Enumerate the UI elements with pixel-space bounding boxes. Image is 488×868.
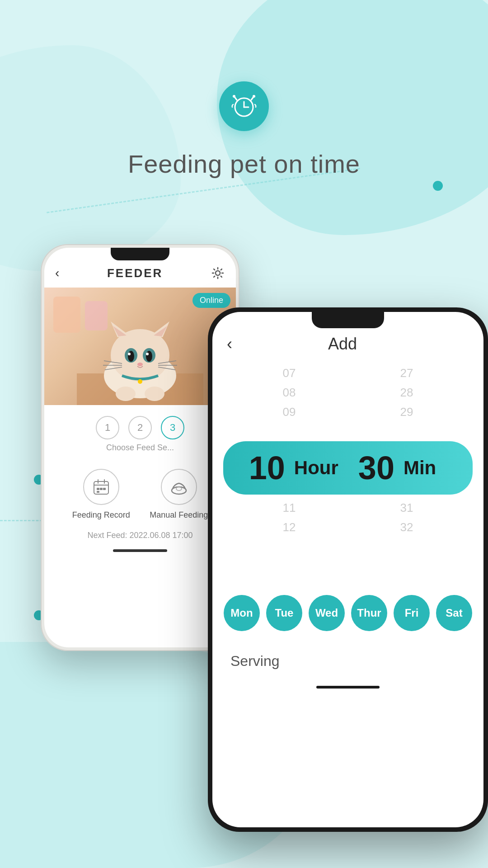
bowl-icon [169,477,189,497]
step-3: 3 [161,416,184,439]
svg-point-5 [233,95,235,98]
cat-image: Online [44,288,236,405]
day-fri[interactable]: Fri [394,595,430,631]
next-feed-info: Next Feed: 2022.06.08 17:00 [44,527,236,544]
svg-rect-38 [103,488,106,490]
svg-point-19 [128,353,131,355]
calendar-icon [92,478,110,496]
svg-point-29 [116,387,136,401]
svg-point-30 [145,387,164,401]
manual-feeding-label: Manual Feeding [150,510,208,520]
hour-scroll-below: 11 12 [283,499,296,580]
time-selected-display[interactable]: 10 Hour 30 Min [223,441,473,495]
day-wed[interactable]: Wed [309,595,345,631]
feeding-record-icon-circle [83,469,119,505]
time-scroll-above: 07 08 09 27 28 29 [212,364,483,446]
feeding-record-item[interactable]: Feeding Record [72,469,130,520]
phone-2: ‹ Add 07 08 09 27 28 29 [208,307,488,832]
hour-label: Hour [294,457,338,479]
hour-value: 10 [249,449,285,486]
svg-point-10 [111,329,169,382]
phone-2-back-button[interactable]: ‹ [227,335,232,354]
phone-2-title: Add [328,335,373,354]
phone-2-screen: ‹ Add 07 08 09 27 28 29 [212,312,483,827]
phone-1-home-indicator [113,549,167,552]
settings-icon[interactable] [211,266,225,280]
svg-rect-35 [97,488,99,490]
svg-point-6 [253,95,255,98]
svg-rect-36 [97,491,99,493]
phone-1-back-button[interactable]: ‹ [55,266,59,280]
phone-2-notch [312,312,384,328]
days-of-week-row: Mon Tue Wed Thur Fri Sat [212,580,483,638]
serving-label: Serving [230,653,280,669]
feeding-record-label: Feeding Record [72,510,130,520]
phones-container: ‹ FEEDER Online [0,217,488,841]
action-icons-row: Feeding Record Manual Feeding [44,456,236,527]
accent-dot-1 [433,181,443,191]
hour-scroll-above: 07 08 09 [283,364,296,446]
step-1: 1 [96,416,119,439]
svg-point-21 [137,363,143,366]
step-2: 2 [128,416,152,439]
phone-1-notch [111,248,169,260]
svg-point-18 [146,351,152,362]
manual-feeding-icon-circle [161,469,197,505]
alarm-icon-circle [219,81,269,131]
step-indicator: 1 2 3 [44,405,236,443]
manual-feeding-item[interactable]: Manual Feeding [150,469,208,520]
alarm-clock-icon [230,92,258,121]
svg-point-7 [216,271,220,275]
svg-point-17 [128,351,134,362]
phone-2-frame: ‹ Add 07 08 09 27 28 29 [208,307,488,832]
day-tue[interactable]: Tue [266,595,302,631]
min-label: Min [404,457,436,479]
min-value: 30 [358,449,394,486]
svg-rect-37 [100,488,103,490]
main-title: Feeding pet on time [128,149,360,179]
day-mon[interactable]: Mon [224,595,260,631]
phone-1-title: FEEDER [107,266,163,280]
min-scroll-below: 31 32 [400,499,413,580]
header-section: Feeding pet on time [0,81,488,179]
day-thur[interactable]: Thur [351,595,387,631]
step-subtitle: Choose Feed Se... [44,443,236,456]
serving-section: Serving [212,638,483,677]
day-sat[interactable]: Sat [436,595,472,631]
min-scroll-above: 27 28 29 [400,364,413,446]
phone-1-screen: ‹ FEEDER Online [44,248,236,647]
time-scroll-below: 11 12 31 32 [212,499,483,580]
phone-2-home-indicator [316,686,380,689]
svg-point-28 [138,379,142,384]
svg-point-20 [146,353,149,355]
